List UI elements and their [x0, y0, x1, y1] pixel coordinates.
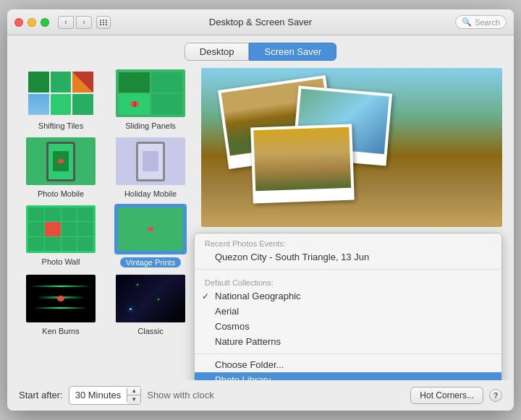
minimize-button[interactable]	[27, 18, 36, 27]
dropdown-item-nature-patterns[interactable]: Nature Patterns	[195, 334, 501, 349]
screensaver-item-classic[interactable]: Classic	[109, 273, 192, 335]
aerial-label: Aerial	[215, 306, 239, 317]
screensaver-label-sliding-panels: Sliding Panels	[125, 121, 176, 130]
forward-button[interactable]: ›	[76, 16, 92, 29]
dropdown-item-national-geographic[interactable]: National Geographic	[195, 288, 501, 304]
back-button[interactable]: ‹	[58, 16, 74, 29]
dropdown-item-choose-folder[interactable]: Choose Folder...	[195, 357, 501, 372]
recent-section: Recent Photos Events: Quezon City - Sout…	[195, 233, 501, 266]
screensaver-thumb-ken-burns	[25, 273, 97, 324]
screensaver-label-photo-mobile: Photo Mobile	[38, 189, 84, 198]
tabbar: Desktop Screen Saver	[7, 35, 514, 68]
grid-button[interactable]	[96, 16, 111, 29]
stepper-up[interactable]: ▲	[127, 387, 140, 396]
screensaver-item-photo-wall[interactable]: Photo Wall	[19, 204, 103, 267]
nature-patterns-label: Nature Patterns	[215, 336, 281, 347]
start-after-label: Start after:	[19, 390, 63, 400]
preview-panel: Recent Photos Events: Quezon City - Sout…	[201, 68, 502, 380]
screensaver-item-photo-mobile[interactable]: Photo Mobile	[19, 136, 103, 198]
screensaver-label-vintage-prints: Vintage Prints	[120, 257, 181, 267]
recent-item[interactable]: Quezon City - South Triangle, 13 Jun	[195, 249, 501, 265]
main-window: ‹ › Desktop & Screen Saver 🔍 Search Desk…	[7, 9, 514, 411]
photo-library-label: Photo Library...	[215, 374, 278, 380]
screensaver-label-holiday-mobile: Holiday Mobile	[124, 189, 177, 198]
photo-card-3	[250, 124, 355, 204]
cosmos-label: Cosmos	[215, 321, 250, 332]
bottom-right: Hot Corners... ?	[410, 387, 502, 404]
start-after-stepper[interactable]: 30 Minutes ▲ ▼	[69, 386, 142, 405]
close-button[interactable]	[14, 18, 23, 27]
hot-corners-button[interactable]: Hot Corners...	[410, 387, 483, 404]
tab-desktop[interactable]: Desktop	[185, 43, 250, 61]
recent-section-title: Recent Photos Events:	[195, 238, 501, 249]
screensaver-thumb-vintage-prints	[114, 204, 187, 254]
main-content: Shifting Tiles	[7, 68, 514, 380]
screensaver-list: Shifting Tiles	[19, 68, 192, 380]
national-geographic-label: National Geographic	[215, 291, 301, 301]
divider-1	[195, 269, 501, 270]
screensaver-item-holiday-mobile[interactable]: Holiday Mobile	[109, 136, 192, 198]
stepper-down[interactable]: ▼	[127, 395, 140, 404]
screensaver-grid: Shifting Tiles	[19, 68, 192, 335]
bottom-bar: Start after: 30 Minutes ▲ ▼ Show with cl…	[7, 380, 514, 411]
screensaver-thumb-shifting-tiles	[25, 68, 97, 119]
screensaver-thumb-sliding-panels	[114, 68, 187, 119]
default-section-title: Default Collections:	[195, 277, 501, 288]
stepper-value: 30 Minutes	[69, 388, 128, 402]
screensaver-item-ken-burns[interactable]: Ken Burns	[19, 273, 103, 335]
screensaver-label-classic: Classic	[137, 327, 163, 335]
dropdown-item-photo-library[interactable]: Photo Library...	[195, 372, 501, 380]
stepper-arrows: ▲ ▼	[127, 387, 140, 404]
titlebar: ‹ › Desktop & Screen Saver 🔍 Search	[7, 9, 514, 35]
show-with-clock-label: Show with clock	[147, 390, 213, 400]
maximize-button[interactable]	[41, 18, 49, 27]
nav-buttons: ‹ ›	[58, 16, 92, 29]
screensaver-thumb-classic	[114, 273, 187, 324]
choose-folder-label: Choose Folder...	[215, 359, 284, 370]
dropdown-item-cosmos[interactable]: Cosmos	[195, 319, 501, 334]
screensaver-thumb-photo-mobile	[25, 136, 97, 187]
search-box[interactable]: 🔍 Search	[455, 15, 507, 29]
screensaver-thumb-holiday-mobile	[114, 136, 187, 187]
tab-screensaver[interactable]: Screen Saver	[249, 43, 336, 61]
divider-2	[195, 353, 501, 354]
dropdown-menu: Recent Photos Events: Quezon City - Sout…	[194, 233, 502, 380]
screensaver-thumb-photo-wall	[25, 204, 97, 254]
search-placeholder: Search	[475, 18, 500, 27]
dropdown-item-aerial[interactable]: Aerial	[195, 304, 501, 319]
window-title: Desktop & Screen Saver	[209, 17, 312, 27]
screensaver-label-shifting-tiles: Shifting Tiles	[38, 121, 83, 130]
traffic-lights	[14, 18, 49, 27]
screensaver-item-vintage-prints[interactable]: Vintage Prints	[109, 204, 192, 267]
screensaver-item-shifting-tiles[interactable]: Shifting Tiles	[19, 68, 103, 130]
screensaver-label-ken-burns: Ken Burns	[42, 327, 79, 335]
help-button[interactable]: ?	[489, 389, 502, 402]
screensaver-item-sliding-panels[interactable]: Sliding Panels	[109, 68, 192, 130]
preview-image	[201, 68, 502, 227]
default-section: Default Collections: National Geographic…	[195, 273, 501, 351]
screensaver-label-photo-wall: Photo Wall	[42, 257, 80, 266]
search-icon: 🔍	[462, 17, 472, 27]
